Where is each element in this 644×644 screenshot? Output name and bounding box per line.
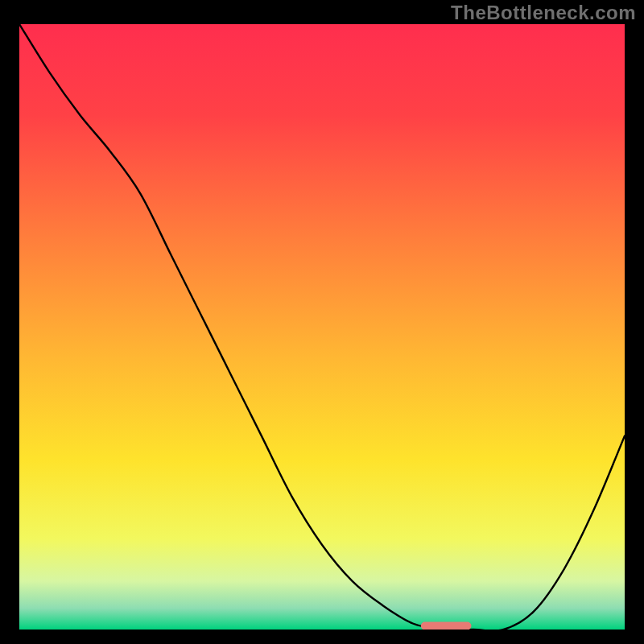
chart-gradient-bg (19, 24, 625, 630)
chart-plot-area (19, 24, 625, 630)
watermark-text: TheBottleneck.com (451, 2, 636, 24)
bottleneck-chart-svg (19, 24, 625, 630)
